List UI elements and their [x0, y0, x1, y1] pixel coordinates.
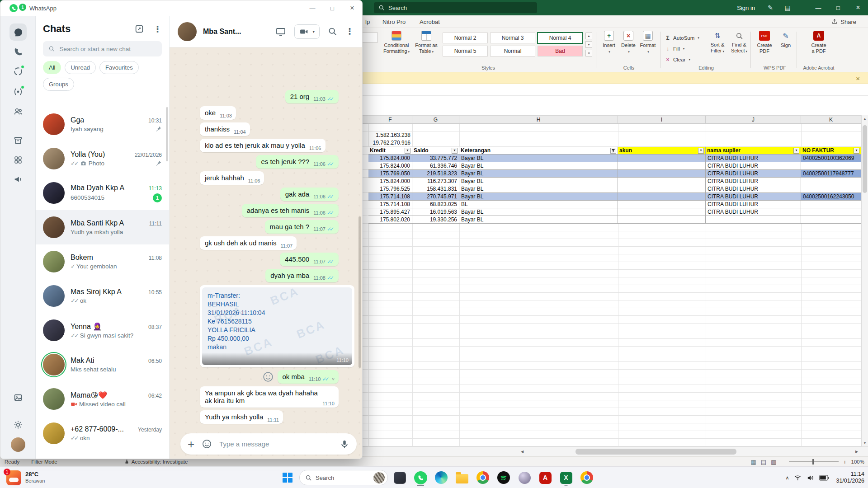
chat-list-item[interactable]: Mba Dyah Kkp A11:1366005340151 — [36, 176, 169, 210]
filter-favourites[interactable]: Favourites — [99, 61, 139, 74]
calls-icon[interactable] — [9, 43, 27, 61]
spotify-taskbar-icon[interactable] — [495, 469, 513, 487]
gray-planet-app-icon[interactable] — [515, 469, 533, 487]
chat-search-input[interactable] — [59, 46, 156, 52]
cell[interactable]: 270.745.971 — [412, 193, 459, 201]
table-header-nama-suplier[interactable]: nama suplier▾ — [706, 147, 801, 155]
battery-icon[interactable] — [819, 475, 829, 481]
format-cells-button[interactable]: ▦ Format▾ — [638, 31, 657, 55]
filter-dropdown-icon[interactable] — [610, 148, 616, 154]
acrobat-taskbar-icon[interactable]: A — [536, 469, 554, 487]
cell[interactable] — [801, 201, 861, 208]
message-bubble[interactable]: dyah ya mba11:08✓✓ — [265, 269, 339, 282]
profile-avatar[interactable] — [11, 437, 25, 452]
message-bubble[interactable]: 445.50011:07✓✓ — [280, 253, 339, 266]
chat-list-item[interactable]: +62 877-6009-...Yesterday✓✓okn — [36, 416, 169, 450]
scroll-down-icon[interactable]: ▼ — [862, 440, 868, 446]
cell[interactable]: 219.518.323 — [412, 170, 459, 178]
cell[interactable]: 19.330.256 — [412, 216, 459, 224]
filter-dropdown-icon[interactable]: ▾ — [854, 148, 859, 154]
attach-plus-icon[interactable]: + — [188, 438, 194, 450]
cell[interactable]: Bayar BL — [459, 216, 618, 224]
cell[interactable]: 04002500100362069 — [801, 155, 861, 162]
chat-list-item[interactable]: Bokem11:08✓You: gembolan — [36, 244, 169, 279]
table-header-saldo[interactable]: Saldo▾ — [412, 147, 459, 155]
chat-list-item[interactable]: Mba Santi Kkp A11:11Yudh ya mksh yolla — [36, 210, 169, 244]
zoom-slider[interactable] — [789, 461, 839, 462]
filter-unread[interactable]: Unread — [65, 61, 96, 74]
cell[interactable]: 175.714.108 — [368, 201, 412, 208]
cell[interactable]: CITRA BUDI LUHUR — [706, 155, 801, 162]
status-accessibility[interactable]: Accessibility: Investigate — [124, 459, 188, 465]
cell[interactable]: CITRA BUDI LUHUR — [706, 208, 801, 216]
cell[interactable]: 04002500162243050 — [801, 193, 861, 201]
cell[interactable]: Bayar BL — [459, 193, 618, 201]
chat-list-item[interactable]: Yenna 🧕08:37✓✓Si gwyn masi sakit? — [36, 313, 169, 347]
tray-chevron-icon[interactable]: ∧ — [785, 475, 789, 481]
chat-list-item[interactable]: Gga10:31Iyah sayang — [36, 107, 169, 141]
cell[interactable]: CITRA BUDI LUHUR — [706, 193, 801, 201]
cell-f-value[interactable]: 19.762.270.916 — [368, 139, 412, 147]
cell[interactable]: 116.273.307 — [412, 178, 459, 185]
cell[interactable]: CITRA BUDI LUHUR — [706, 170, 801, 178]
table-header-no-faktur[interactable]: NO FAKTUR▾ — [801, 147, 861, 155]
cell-style-normal-3[interactable]: Normal 3 — [490, 33, 535, 43]
excel-search-box[interactable]: Search — [374, 2, 537, 13]
cell[interactable]: CITRA BUDI LUHUR — [706, 162, 801, 170]
cell[interactable] — [801, 178, 861, 185]
communities-icon[interactable] — [9, 103, 27, 120]
file-explorer-taskbar-icon[interactable] — [453, 469, 471, 487]
filter-dropdown-icon[interactable]: ▾ — [452, 148, 458, 154]
conversation-search-icon[interactable] — [328, 27, 337, 36]
horizontal-scroll-thumb[interactable] — [576, 449, 736, 455]
wa-close-button[interactable]: × — [342, 0, 362, 16]
message-bubble[interactable]: thankiss11:04 — [200, 122, 250, 136]
conversation-scrollbar[interactable] — [359, 216, 361, 368]
create-pdf-button[interactable]: PDF CreatePDF — [754, 31, 775, 54]
edge-taskbar-icon[interactable] — [432, 469, 450, 487]
message-bubble[interactable]: ok mba11:10✓✓> — [278, 370, 339, 384]
insert-cells-button[interactable]: + Insert▾ — [599, 31, 618, 55]
sign-button[interactable]: ✎ Sign — [777, 31, 795, 48]
ribbon-display-options-icon[interactable]: ▤ — [779, 0, 796, 15]
message-menu-chevron-icon[interactable]: > — [331, 378, 335, 380]
wa-minimize-button[interactable]: — — [302, 0, 322, 16]
table-header-keterangan[interactable]: Keterangan — [459, 147, 618, 155]
cell[interactable] — [618, 178, 706, 185]
chat-list-item[interactable]: Mak Ati06:50Mks sehat selalu — [36, 347, 169, 382]
browser-taskbar-icon-2[interactable] — [578, 469, 596, 487]
sign-in-button[interactable]: Sign in — [732, 0, 760, 15]
message-bubble[interactable]: adanya es teh manis11:06✓✓ — [242, 204, 339, 217]
cell[interactable] — [618, 193, 706, 201]
cell[interactable]: Bayar BL — [459, 162, 618, 170]
taskbar-search[interactable]: Search — [299, 470, 388, 485]
sort-filter-button[interactable]: ⇅ Sort &Filter▾ — [707, 31, 728, 54]
message-bubble[interactable]: mau ga teh ?11:07✓✓ — [265, 220, 339, 234]
cell-style-normal-5[interactable]: Normal 5 — [443, 46, 488, 56]
new-chat-icon[interactable] — [134, 24, 144, 34]
scroll-left-icon[interactable]: ◀ — [518, 447, 527, 456]
cell[interactable]: 175.714.108 — [368, 193, 412, 201]
filter-dropdown-icon[interactable]: ▾ — [405, 148, 410, 154]
cell[interactable] — [618, 216, 706, 224]
zoom-level[interactable]: 100% — [851, 459, 864, 465]
chat-list-item[interactable]: Mama😘❤️06:42Missed video call — [36, 382, 169, 416]
delete-cells-button[interactable]: × Delete▾ — [619, 31, 638, 55]
cell[interactable]: 68.823.025 — [412, 201, 459, 208]
conditional-formatting-button[interactable]: ConditionalFormatting▾ — [382, 31, 411, 55]
media-icon[interactable] — [9, 389, 27, 406]
chat-list-item[interactable]: Yolla (You)22/01/2026✓✓Photo — [36, 141, 169, 176]
table-header-kredit[interactable]: Kredit▾ — [368, 147, 412, 155]
cell-style-bad[interactable]: Bad — [538, 46, 583, 56]
excel-taskbar-icon[interactable]: X — [557, 469, 575, 487]
message-bubble[interactable]: gak ada11:06✓✓ — [280, 188, 339, 201]
zoom-out-button[interactable]: − — [781, 459, 784, 465]
cell[interactable]: Bayar BL — [459, 185, 618, 193]
archived-icon[interactable] — [9, 132, 27, 149]
tab-nitro-pro[interactable]: Nitro Pro — [381, 15, 407, 28]
contact-name[interactable]: Mba Sant... — [203, 28, 269, 36]
sticker-icon[interactable] — [202, 439, 212, 449]
fill-button[interactable]: ↓ Fill▾ — [665, 44, 684, 53]
chats-menu-icon[interactable]: ⋮ — [153, 24, 162, 34]
create-a-pdf-button[interactable]: A Createa PDF — [804, 31, 833, 54]
